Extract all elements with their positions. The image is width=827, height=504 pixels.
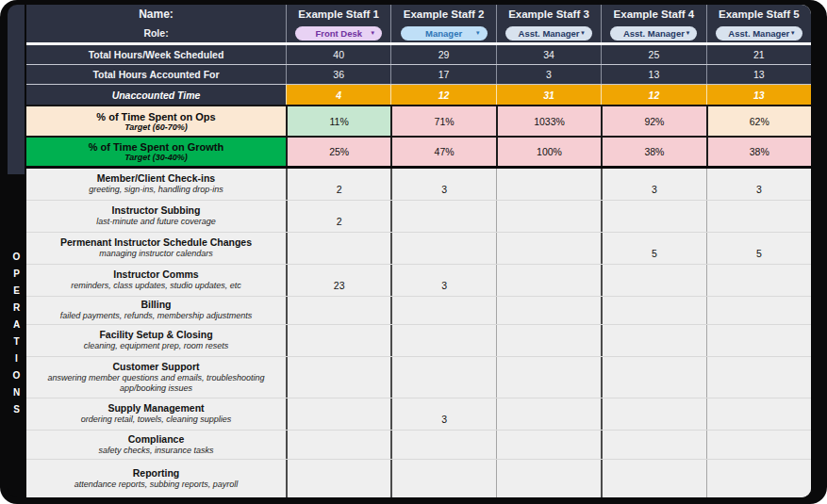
staffing-spreadsheet-window: OPERATIONS Name: Example Staff 1 Example… — [0, 0, 827, 504]
task-value-cell[interactable] — [286, 398, 390, 430]
ops-percent-cell[interactable]: 92% — [601, 106, 705, 136]
task-value-cell[interactable] — [601, 201, 705, 232]
task-value-cell[interactable] — [496, 325, 601, 356]
unaccounted-time-cell[interactable]: 4 — [286, 85, 390, 105]
task-value-cell[interactable] — [496, 201, 601, 232]
task-value-cell[interactable] — [601, 325, 705, 356]
unaccounted-time-cell[interactable]: 12 — [601, 85, 705, 105]
task-value-cell[interactable]: 23 — [286, 265, 390, 296]
unaccounted-time-cell[interactable]: 12 — [390, 85, 495, 105]
accounted-row-label: Total Hours Accounted For — [26, 65, 286, 84]
task-value-cell[interactable] — [496, 233, 601, 264]
task-value-cell[interactable] — [706, 431, 811, 459]
task-title: Supply Management — [108, 402, 204, 415]
task-subtitle: greeting, sign-ins, handling drop-ins — [89, 185, 223, 195]
task-row-compliance: Compliance safety checks, insurance task… — [26, 431, 811, 460]
task-value-cell[interactable] — [601, 431, 705, 459]
task-value-cell[interactable] — [286, 431, 390, 459]
task-value-cell[interactable] — [601, 398, 705, 430]
ops-percent-cell[interactable]: 11% — [286, 106, 390, 136]
task-value-cell[interactable] — [601, 265, 705, 296]
task-value-cell[interactable]: 3 — [390, 169, 495, 200]
growth-percent-cell[interactable]: 38% — [601, 138, 705, 166]
staff-name-header: Example Staff 2 — [390, 5, 495, 24]
task-value-cell[interactable]: 3 — [601, 169, 705, 200]
role-dropdown[interactable]: Front Desk▼ — [295, 26, 382, 41]
task-value-cell[interactable] — [390, 233, 495, 264]
task-value-cell[interactable] — [496, 431, 601, 459]
scheduled-hours-cell[interactable]: 40 — [286, 45, 390, 64]
role-cell: Asst. Manager▼ — [601, 24, 705, 42]
role-dropdown-value: Front Desk — [315, 28, 362, 39]
growth-percent-cell[interactable]: 100% — [496, 138, 601, 166]
task-value-cell[interactable]: 5 — [706, 233, 811, 264]
task-value-cell[interactable]: 3 — [706, 169, 811, 200]
task-value-cell[interactable] — [706, 398, 811, 430]
task-value-cell[interactable] — [706, 265, 811, 296]
task-subtitle: reminders, class updates, studio updates… — [71, 281, 241, 291]
scheduled-hours-cell[interactable]: 25 — [601, 45, 705, 64]
task-value-cell[interactable] — [496, 297, 601, 324]
ops-percent-cell[interactable]: 1033% — [496, 106, 601, 136]
operations-vertical-label-strip: OPERATIONS — [8, 174, 25, 497]
scheduled-hours-cell[interactable]: 34 — [496, 45, 601, 64]
task-value-cell[interactable] — [286, 357, 390, 398]
chevron-down-icon: ▼ — [475, 30, 481, 36]
role-dropdown[interactable]: Asst. Manager▼ — [505, 26, 592, 41]
task-value-cell[interactable]: 3 — [390, 265, 495, 296]
scheduled-hours-cell[interactable]: 29 — [390, 45, 495, 64]
task-value-cell[interactable] — [390, 297, 495, 324]
task-value-cell[interactable] — [706, 201, 811, 232]
ops-percent-cell[interactable]: 62% — [706, 106, 811, 136]
name-row-label: Name: — [26, 5, 286, 24]
task-value-cell[interactable] — [390, 325, 495, 356]
task-value-cell[interactable] — [496, 460, 601, 497]
task-value-cell[interactable]: 5 — [601, 233, 705, 264]
task-value-cell[interactable] — [390, 460, 495, 497]
unaccounted-time-cell[interactable]: 13 — [706, 85, 811, 105]
growth-percent-cell[interactable]: 38% — [706, 138, 811, 166]
task-value-cell[interactable] — [601, 297, 705, 324]
role-row-label: Role: — [26, 24, 286, 42]
accounted-hours-cell[interactable]: 17 — [390, 65, 495, 84]
task-value-cell[interactable] — [496, 357, 601, 398]
task-value-cell[interactable] — [390, 431, 495, 459]
task-value-cell[interactable] — [706, 297, 811, 324]
ops-percent-row: % of Time Spent on Ops Target (60-70%) 1… — [26, 106, 811, 138]
role-dropdown[interactable]: Manager▼ — [401, 26, 488, 41]
unaccounted-time-cell[interactable]: 31 — [496, 85, 601, 105]
task-value-cell[interactable] — [286, 233, 390, 264]
task-value-cell[interactable] — [390, 201, 495, 232]
task-value-cell[interactable] — [601, 357, 705, 398]
ops-percent-cell[interactable]: 71% — [390, 106, 495, 136]
growth-percent-target: Target (30-40%) — [124, 153, 188, 162]
growth-percent-cell[interactable]: 25% — [286, 138, 390, 166]
task-value-cell[interactable] — [286, 460, 390, 497]
role-dropdown-value: Asst. Manager — [728, 28, 789, 39]
task-value-cell[interactable]: 2 — [286, 201, 390, 232]
task-value-cell[interactable] — [601, 460, 705, 497]
task-value-cell[interactable]: 2 — [286, 169, 390, 200]
accounted-hours-cell[interactable]: 13 — [706, 65, 811, 84]
sidebar-header-spacer — [8, 5, 25, 174]
task-value-cell[interactable] — [286, 297, 390, 324]
growth-percent-cell[interactable]: 47% — [390, 138, 495, 166]
role-dropdown[interactable]: Asst. Manager▼ — [610, 26, 697, 41]
scheduled-hours-cell[interactable]: 21 — [706, 45, 811, 64]
task-subtitle: last-minute and future coverage — [96, 217, 216, 227]
task-value-cell[interactable] — [706, 325, 811, 356]
task-subtitle: ordering retail, towels, cleaning suppli… — [81, 415, 232, 425]
accounted-hours-cell[interactable]: 36 — [286, 65, 390, 84]
task-value-cell[interactable] — [496, 265, 601, 296]
task-value-cell[interactable] — [390, 357, 495, 398]
task-value-cell[interactable]: 3 — [390, 398, 495, 430]
accounted-hours-cell[interactable]: 13 — [601, 65, 705, 84]
task-value-cell[interactable] — [706, 460, 811, 497]
accounted-hours-cell[interactable]: 3 — [496, 65, 601, 84]
task-value-cell[interactable] — [286, 325, 390, 356]
task-value-cell[interactable] — [496, 398, 601, 430]
role-dropdown[interactable]: Asst. Manager▼ — [716, 26, 802, 41]
task-row-reporting: Reporting attendance reports, subbing re… — [26, 460, 811, 497]
task-value-cell[interactable] — [496, 169, 601, 200]
task-value-cell[interactable] — [706, 357, 811, 398]
